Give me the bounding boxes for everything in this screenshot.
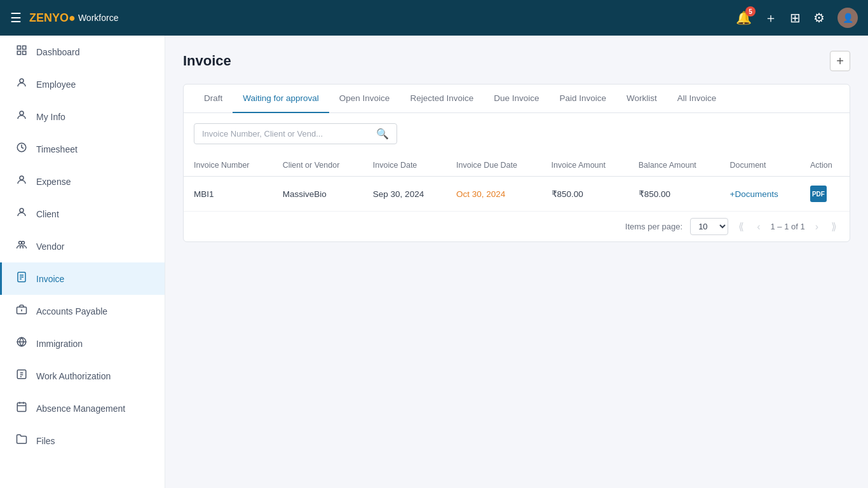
svg-point-10 bbox=[22, 241, 25, 245]
logo-workforce-text: Workforce bbox=[78, 13, 119, 23]
sidebar-item-label: Accounts Payable bbox=[36, 306, 107, 316]
expense-icon bbox=[15, 174, 29, 189]
svg-rect-2 bbox=[17, 51, 20, 55]
sidebar-item-label: Timesheet bbox=[36, 144, 78, 154]
cell-invoice-due-date: Oct 30, 2024 bbox=[446, 177, 541, 212]
col-invoice-number: Invoice Number bbox=[184, 154, 273, 177]
add-invoice-button[interactable]: + bbox=[830, 51, 850, 71]
notification-bell[interactable]: 🔔 5 bbox=[736, 10, 752, 25]
sidebar-item-employee[interactable]: Employee bbox=[0, 68, 165, 100]
svg-rect-3 bbox=[23, 51, 26, 55]
sidebar-item-files[interactable]: Files bbox=[0, 424, 165, 457]
topnav-left: ☰ ZENYO● Workforce bbox=[10, 10, 118, 25]
cell-invoice-number: MBI1 bbox=[184, 177, 273, 212]
absence-management-icon bbox=[15, 401, 29, 416]
items-per-page-label: Items per page: bbox=[625, 222, 682, 231]
sidebar: Dashboard Employee My Info Timesheet Exp bbox=[0, 36, 165, 488]
accounts-payable-icon bbox=[15, 304, 29, 318]
sidebar-item-absence-management[interactable]: Absence Management bbox=[0, 392, 165, 424]
main-content: Invoice + Draft Waiting for approval Ope… bbox=[165, 36, 868, 488]
pagination-first-button[interactable]: ⟪ bbox=[736, 219, 747, 234]
sidebar-item-label: Absence Management bbox=[36, 403, 125, 414]
tab-open-invoice[interactable]: Open Invoice bbox=[329, 85, 400, 113]
pdf-download-icon[interactable]: PDF bbox=[810, 186, 827, 202]
sidebar-item-immigration[interactable]: Immigration bbox=[0, 327, 165, 360]
tab-draft[interactable]: Draft bbox=[194, 85, 233, 113]
svg-rect-23 bbox=[17, 403, 26, 412]
table-row: MBI1 MassiveBio Sep 30, 2024 Oct 30, 202… bbox=[184, 177, 850, 212]
invoice-table-wrap: Invoice Number Client or Vendor Invoice … bbox=[184, 154, 850, 212]
tab-all-invoice[interactable]: All Invoice bbox=[667, 85, 727, 113]
pagination-next-button[interactable]: › bbox=[813, 220, 821, 234]
sidebar-item-accounts-payable[interactable]: Accounts Payable bbox=[0, 295, 165, 327]
employee-icon bbox=[15, 77, 29, 92]
svg-point-5 bbox=[20, 111, 24, 115]
tab-worklist[interactable]: Worklist bbox=[616, 85, 667, 113]
page-header: Invoice + bbox=[183, 51, 850, 71]
sidebar-item-vendor[interactable]: Vendor bbox=[0, 230, 165, 262]
invoice-icon bbox=[15, 271, 29, 286]
col-balance-amount: Balance Amount bbox=[628, 154, 720, 177]
cell-invoice-date: Sep 30, 2024 bbox=[363, 177, 446, 212]
pagination-row: Items per page: 10 25 50 100 ⟪ ‹ 1 – 1 o… bbox=[184, 212, 850, 241]
sidebar-item-client[interactable]: Client bbox=[0, 198, 165, 230]
avatar-initials: 👤 bbox=[843, 13, 853, 23]
main-layout: Dashboard Employee My Info Timesheet Exp bbox=[0, 36, 868, 488]
work-authorization-icon bbox=[15, 369, 29, 383]
page-title: Invoice bbox=[183, 53, 231, 69]
grid-icon[interactable]: ⊞ bbox=[790, 10, 801, 25]
timesheet-icon bbox=[15, 142, 29, 156]
cell-client-vendor: MassiveBio bbox=[273, 177, 363, 212]
table-header: Invoice Number Client or Vendor Invoice … bbox=[184, 154, 850, 177]
invoice-card: Draft Waiting for approval Open Invoice … bbox=[183, 84, 850, 242]
svg-point-8 bbox=[20, 208, 24, 212]
invoice-tabs: Draft Waiting for approval Open Invoice … bbox=[184, 85, 850, 113]
pagination-last-button[interactable]: ⟫ bbox=[829, 219, 839, 234]
search-input[interactable] bbox=[202, 129, 376, 139]
sidebar-item-label: Files bbox=[36, 436, 55, 446]
pagination-prev-button[interactable]: ‹ bbox=[754, 220, 763, 234]
hamburger-menu-icon[interactable]: ☰ bbox=[10, 10, 22, 25]
logo-dot: ● bbox=[69, 11, 76, 24]
items-per-page-select[interactable]: 10 25 50 100 bbox=[690, 218, 728, 235]
sidebar-item-myinfo[interactable]: My Info bbox=[0, 100, 165, 133]
sidebar-item-label: My Info bbox=[36, 112, 65, 122]
immigration-icon bbox=[15, 336, 29, 351]
tab-waiting-for-approval[interactable]: Waiting for approval bbox=[233, 85, 329, 113]
logo-zenyo-text: ZENYO● bbox=[29, 11, 76, 25]
settings-icon[interactable]: ⚙ bbox=[813, 10, 825, 25]
tab-due-invoice[interactable]: Due Invoice bbox=[484, 85, 549, 113]
cell-invoice-amount: ₹850.00 bbox=[541, 177, 628, 212]
sidebar-item-label: Client bbox=[36, 209, 59, 219]
tab-paid-invoice[interactable]: Paid Invoice bbox=[550, 85, 617, 113]
col-document: Document bbox=[720, 154, 800, 177]
sidebar-item-dashboard[interactable]: Dashboard bbox=[0, 36, 165, 68]
sidebar-item-work-authorization[interactable]: Work Authorization bbox=[0, 360, 165, 392]
sidebar-item-timesheet[interactable]: Timesheet bbox=[0, 133, 165, 165]
files-icon bbox=[15, 433, 29, 448]
svg-point-7 bbox=[20, 176, 24, 180]
svg-point-4 bbox=[20, 79, 24, 83]
cell-document[interactable]: +Documents bbox=[720, 177, 800, 212]
sidebar-item-label: Vendor bbox=[36, 241, 64, 252]
app-logo: ZENYO● Workforce bbox=[29, 11, 118, 25]
client-icon bbox=[15, 207, 29, 221]
add-icon[interactable]: ＋ bbox=[764, 10, 777, 27]
svg-rect-0 bbox=[17, 46, 20, 49]
pagination-page-info: 1 – 1 of 1 bbox=[770, 222, 804, 231]
search-icon: 🔍 bbox=[376, 128, 389, 140]
table-body: MBI1 MassiveBio Sep 30, 2024 Oct 30, 202… bbox=[184, 177, 850, 212]
cell-action[interactable]: PDF bbox=[800, 177, 850, 212]
sidebar-item-label: Work Authorization bbox=[36, 371, 111, 381]
col-invoice-due-date: Invoice Due Date bbox=[446, 154, 541, 177]
user-avatar[interactable]: 👤 bbox=[837, 8, 858, 28]
tab-rejected-invoice[interactable]: Rejected Invoice bbox=[400, 85, 484, 113]
sidebar-item-invoice[interactable]: Invoice bbox=[0, 262, 165, 295]
invoice-table: Invoice Number Client or Vendor Invoice … bbox=[184, 154, 850, 212]
sidebar-item-label: Employee bbox=[36, 79, 76, 90]
notification-badge: 5 bbox=[745, 6, 756, 17]
search-wrap: 🔍 bbox=[194, 123, 397, 144]
col-action: Action bbox=[800, 154, 850, 177]
col-invoice-amount: Invoice Amount bbox=[541, 154, 628, 177]
sidebar-item-expense[interactable]: Expense bbox=[0, 165, 165, 198]
